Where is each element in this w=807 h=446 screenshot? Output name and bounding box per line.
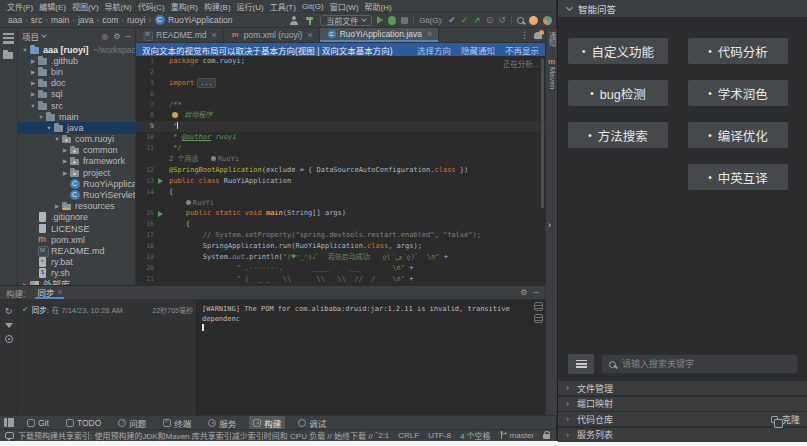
toolwindow-button-问题[interactable]: 问题 (114, 416, 150, 430)
tree-item[interactable]: ▶project (18, 167, 135, 178)
code-line[interactable]: 18 SpringApplication.run(RuoYiApplicatio… (136, 241, 545, 252)
stripe-toggle-icon[interactable] (4, 418, 14, 427)
breadcrumb-item[interactable]: com (102, 15, 118, 25)
status-segment[interactable]: 2:1 (378, 431, 389, 440)
search-everywhere-icon[interactable] (517, 17, 524, 24)
search-input[interactable] (622, 359, 790, 369)
banner-action[interactable]: 隐藏通知 (461, 44, 495, 56)
menu-item[interactable]: 窗口(W) (327, 1, 362, 12)
git-commit-icon[interactable]: ✓ (461, 16, 469, 25)
lock-icon[interactable] (543, 434, 550, 439)
tree-item[interactable]: ▶resources (18, 201, 135, 212)
code-line[interactable]: 7/** (136, 100, 545, 111)
tree-item[interactable]: ▶doc (18, 78, 135, 89)
close-icon[interactable]: × (212, 30, 217, 40)
code-line[interactable]: 17 // System.setProperty("spring.devtool… (136, 230, 545, 241)
build-tab-sync[interactable]: 同步× (35, 286, 64, 299)
breadcrumb-item[interactable]: RuoYiApplication (154, 15, 232, 25)
user-profile-icon[interactable] (288, 15, 299, 26)
ai-section-header[interactable]: ›服务列表 (558, 428, 807, 442)
tree-item[interactable]: ry.bat (18, 257, 135, 268)
ai-section-header[interactable]: ›文件管理 (558, 381, 807, 395)
code-line[interactable]: 21 " | _ _ \\ \\ \\ // / \n" + (136, 274, 545, 285)
menu-hamburger-button[interactable] (568, 354, 594, 374)
breadcrumb-item[interactable]: main (51, 15, 69, 25)
tree-item[interactable]: RuoYiServletInitializer (18, 189, 135, 200)
code-line[interactable]: 2 个用法 RuoYi (136, 154, 545, 165)
tree-item[interactable]: RuoYiApplication (18, 178, 135, 189)
chevron-icon[interactable]: ▶ (29, 69, 37, 75)
code-line[interactable]: 12@SpringBootApplication(exclude = { Dat… (136, 165, 545, 176)
tree-item[interactable]: ▼com.ruoyi (18, 134, 135, 145)
toolwindow-button-TODO[interactable]: TODO (62, 416, 105, 430)
notification-bell-icon[interactable] (534, 32, 542, 39)
code-line[interactable]: 19 System.out.println("(♥◠‿◠)ﾉﾞ 若依启动成功 ლ… (136, 252, 545, 263)
ai-section-header[interactable]: ›端口映射 (558, 397, 807, 411)
code-line[interactable]: 9 * (136, 121, 545, 132)
code-line[interactable]: RuoYi (136, 198, 545, 209)
git-push-icon[interactable]: ↗ (473, 16, 481, 25)
close-icon[interactable]: × (427, 29, 432, 39)
soft-wrap-icon[interactable] (534, 302, 543, 311)
code-line[interactable]: 20 " .-------. ____ __ \n" + (136, 263, 545, 274)
tree-item[interactable]: ▼src (18, 100, 135, 111)
build-hammer-icon[interactable] (304, 15, 315, 26)
ai-function-button[interactable]: •中英互译 (688, 164, 788, 190)
git-history-icon[interactable]: ⊙ (486, 16, 494, 25)
tree-item[interactable]: .gitignore (18, 212, 135, 223)
ai-panel-header[interactable]: 智能问答 (558, 0, 807, 18)
tree-item[interactable]: ▶.github (18, 55, 135, 66)
debug-button[interactable] (388, 16, 396, 25)
close-icon[interactable]: × (307, 30, 312, 40)
notifications-tool-button[interactable]: 通知 (546, 32, 557, 47)
menu-item[interactable]: 编辑(E) (36, 1, 69, 12)
locate-file-icon[interactable]: ◎ (101, 32, 108, 41)
status-message[interactable]: 下载预构建共享索引: 使用预构建的JDK和Maven 库共享索引减少索引时间和 … (18, 430, 378, 441)
ai-function-button[interactable]: •bug检测 (568, 80, 668, 106)
ai-function-button[interactable]: •学术润色 (688, 80, 788, 106)
chevron-icon[interactable]: ▼ (29, 103, 37, 109)
menu-item[interactable]: 运行(U) (234, 1, 267, 12)
menu-item[interactable]: 工具(T) (267, 1, 299, 12)
tree-item[interactable]: pom.xml (18, 234, 135, 245)
chevron-icon[interactable]: ▼ (45, 125, 53, 131)
editor-tab[interactable]: RuoYiApplication.java× (320, 28, 440, 42)
tree-item[interactable]: LICENSE (18, 223, 135, 234)
close-icon[interactable]: × (57, 287, 62, 297)
git-rollback-icon[interactable]: ↺ (498, 16, 506, 25)
ai-function-button[interactable]: •自定义功能 (568, 38, 668, 64)
code-line[interactable]: 1package com.ruoyi; (136, 56, 545, 67)
toolwindow-button-终端[interactable]: 终端 (159, 416, 195, 430)
editor-tab[interactable]: pom.xml (ruoyi)× (224, 28, 320, 42)
banner-action[interactable]: 不再显示 (505, 44, 539, 56)
clone-button[interactable]: 克隆 (771, 413, 800, 426)
expand-chevron-icon[interactable]: › (548, 220, 551, 230)
status-segment[interactable]: UTF-8 (428, 431, 451, 440)
tree-item[interactable]: ▶framework (18, 156, 135, 167)
breadcrumb-item[interactable]: ruoyi (127, 15, 145, 25)
breadcrumb-item[interactable]: src (31, 15, 42, 25)
toolwindow-button-服务[interactable]: 服务 (204, 416, 240, 430)
filter-icon[interactable] (5, 323, 13, 328)
code-line[interactable]: 15 public static void main(String[] args… (136, 208, 545, 219)
project-tool-icon[interactable] (3, 33, 14, 44)
breadcrumb-item[interactable]: aaa (8, 15, 22, 25)
tree-item[interactable]: ▶sql (18, 89, 135, 100)
tree-item[interactable]: ▶common (18, 145, 135, 156)
notification-orange-icon[interactable] (529, 16, 538, 25)
code-line[interactable]: 13public class RuoYiApplication (136, 176, 545, 187)
maven-tool-button[interactable]: Maven (546, 67, 557, 90)
hide-panel-icon[interactable]: ─ (125, 32, 131, 41)
rerun-sync-icon[interactable]: ↻ (5, 306, 13, 316)
menu-item[interactable]: 视图(V) (69, 1, 102, 12)
commit-tool-icon[interactable] (3, 49, 14, 60)
run-gutter-icon[interactable] (158, 176, 169, 187)
chevron-icon[interactable]: ▶ (29, 80, 37, 86)
chevron-icon[interactable]: ▶ (61, 158, 69, 164)
ai-section-header[interactable]: ›代码仓库克隆 (558, 412, 807, 426)
menu-item[interactable]: 重构(R) (168, 1, 201, 12)
code-line[interactable]: 10 * @author ruoyi (136, 132, 545, 143)
build-settings-icon[interactable] (5, 335, 13, 343)
plugin-icon[interactable] (543, 16, 552, 25)
code-line[interactable]: 16 { (136, 219, 545, 230)
